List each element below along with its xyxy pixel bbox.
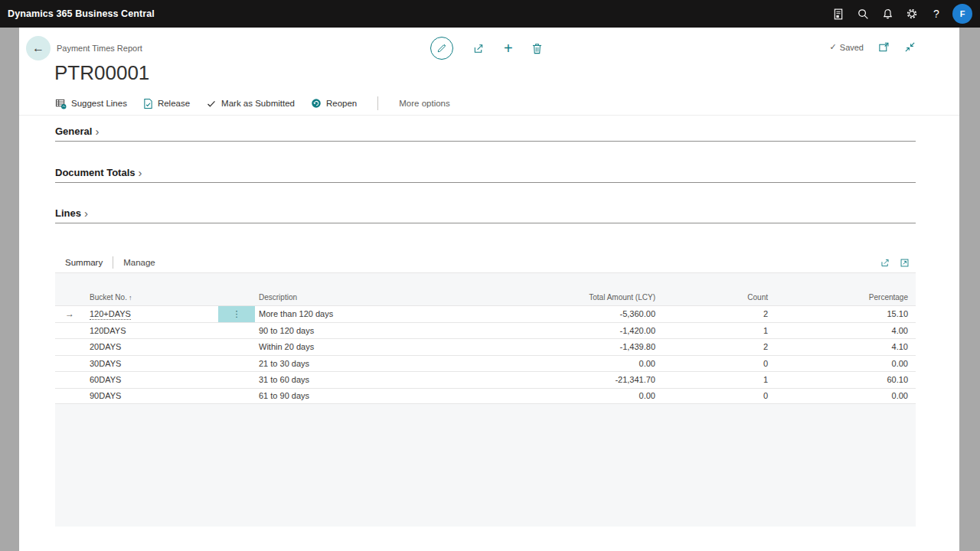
section-lines-header[interactable]: Lines ›: [55, 207, 916, 219]
cell-description[interactable]: 21 to 30 days: [255, 359, 505, 368]
tab-manage[interactable]: Manage: [113, 258, 165, 267]
tab-summary[interactable]: Summary: [55, 258, 113, 267]
table-row[interactable]: 20DAYS Within 20 days -1,439.80 2 4.10: [55, 338, 916, 355]
cell-percentage[interactable]: 0.00: [768, 359, 908, 368]
column-header-bucket-label: Bucket No.: [90, 293, 127, 302]
cell-count[interactable]: 1: [655, 326, 768, 335]
table-row[interactable]: 30DAYS 21 to 30 days 0.00 0 0.00: [55, 355, 916, 372]
column-header-percentage[interactable]: Percentage: [768, 293, 908, 302]
open-in-new-window-button[interactable]: [878, 41, 890, 53]
save-status-label: Saved: [840, 43, 864, 52]
cell-amount[interactable]: -1,420.00: [505, 326, 655, 335]
section-general-header[interactable]: General ›: [55, 126, 916, 137]
check-icon: ✓: [830, 42, 837, 52]
top-app-bar: Dynamics 365 Business Central ? F: [0, 0, 980, 28]
cell-amount[interactable]: -5,360.00: [505, 309, 655, 318]
document-icon: [833, 8, 844, 20]
record-actions: +: [430, 37, 542, 60]
row-menu-cell: [218, 372, 255, 388]
share-button[interactable]: [472, 43, 485, 54]
section-lines: Lines ›: [55, 207, 916, 223]
suggest-lines-button[interactable]: Suggest Lines: [55, 98, 127, 109]
cell-count[interactable]: 2: [655, 342, 768, 351]
cell-bucket[interactable]: 120DAYS: [84, 326, 218, 335]
table-row[interactable]: → 120+DAYS ⋮ More than 120 days -5,360.0…: [55, 305, 916, 322]
cell-bucket[interactable]: 20DAYS: [84, 342, 218, 351]
table-row[interactable]: 90DAYS 61 to 90 days 0.00 0 0.00: [55, 388, 916, 405]
summary-card: Summary Manage Bucket No.↑: [55, 253, 916, 527]
cell-description[interactable]: 31 to 60 days: [255, 375, 505, 384]
cell-amount[interactable]: -1,439.80: [505, 342, 655, 351]
cell-description[interactable]: 90 to 120 days: [255, 326, 505, 335]
reopen-icon: [311, 98, 322, 109]
card-share-button[interactable]: [880, 258, 890, 268]
back-button[interactable]: ←: [26, 36, 51, 60]
cell-bucket[interactable]: 120+DAYS: [90, 309, 131, 320]
cell-count[interactable]: 1: [655, 375, 768, 384]
section-document-totals-label: Document Totals: [55, 167, 136, 178]
column-header-bucket[interactable]: Bucket No.↑: [84, 293, 218, 302]
cell-description[interactable]: Within 20 days: [255, 342, 505, 351]
cell-count[interactable]: 0: [655, 359, 768, 368]
gear-icon: [906, 8, 918, 20]
chevron-right-icon: ›: [95, 126, 99, 136]
card-open-in-excel-button[interactable]: [900, 258, 910, 268]
cell-description[interactable]: 61 to 90 days: [255, 391, 505, 400]
trash-icon: [532, 43, 542, 54]
table-row[interactable]: 60DAYS 31 to 60 days -21,341.70 1 60.10: [55, 371, 916, 388]
section-lines-label: Lines: [55, 207, 81, 219]
cell-description[interactable]: More than 120 days: [255, 309, 505, 318]
plus-icon: +: [504, 42, 513, 54]
section-general-rule: [55, 141, 916, 142]
cell-amount[interactable]: 0.00: [505, 391, 655, 400]
cell-bucket[interactable]: 60DAYS: [84, 375, 218, 384]
action-bar: Suggest Lines Release Mark as Submitted …: [55, 95, 450, 112]
cell-percentage[interactable]: 60.10: [768, 375, 908, 384]
cell-percentage[interactable]: 0.00: [768, 391, 908, 400]
cell-bucket[interactable]: 30DAYS: [84, 359, 218, 368]
row-context-menu-button[interactable]: ⋮: [218, 306, 255, 322]
search-button[interactable]: [851, 0, 875, 28]
left-margin-strip: [0, 28, 19, 551]
suggest-lines-icon: [55, 98, 67, 109]
action-bar-divider: [377, 96, 378, 110]
share-icon: [880, 258, 890, 268]
collapse-view-button[interactable]: [904, 41, 916, 53]
delete-button[interactable]: [532, 43, 542, 54]
section-general-label: General: [55, 126, 92, 137]
page-panel: ← Payment Times Report PTR00001 + ✓ Save…: [19, 28, 959, 551]
user-avatar[interactable]: F: [952, 4, 972, 24]
column-header-amount[interactable]: Total Amount (LCY): [505, 293, 655, 302]
cell-bucket[interactable]: 90DAYS: [84, 391, 218, 400]
release-button[interactable]: Release: [143, 98, 190, 109]
mark-as-submitted-button[interactable]: Mark as Submitted: [206, 99, 295, 109]
cell-percentage[interactable]: 4.00: [768, 326, 908, 335]
settings-button[interactable]: [900, 0, 924, 28]
ribbon-divider: [19, 115, 959, 116]
cell-amount[interactable]: -21,341.70: [505, 375, 655, 384]
section-document-totals-rule: [55, 182, 916, 183]
table-row[interactable]: 120DAYS 90 to 120 days -1,420.00 1 4.00: [55, 322, 916, 339]
page-status-bar: ✓ Saved: [830, 41, 916, 53]
app-title[interactable]: Dynamics 365 Business Central: [8, 8, 155, 19]
reopen-button[interactable]: Reopen: [311, 98, 357, 109]
help-button[interactable]: ?: [924, 0, 949, 28]
new-button[interactable]: +: [504, 42, 513, 54]
section-document-totals-header[interactable]: Document Totals ›: [55, 167, 916, 178]
open-in-excel-icon: [900, 258, 910, 268]
cell-count[interactable]: 0: [655, 391, 768, 400]
cell-percentage[interactable]: 15.10: [768, 309, 908, 318]
cell-amount[interactable]: 0.00: [505, 359, 655, 368]
column-header-count[interactable]: Count: [655, 293, 768, 302]
bell-icon: [882, 8, 893, 20]
column-header-description[interactable]: Description: [255, 293, 505, 302]
row-menu-cell: [218, 356, 255, 372]
report-pages-button[interactable]: [826, 0, 851, 28]
cell-percentage[interactable]: 4.10: [768, 342, 908, 351]
more-options-button[interactable]: More options: [399, 99, 449, 108]
pencil-icon: [436, 43, 447, 54]
notifications-button[interactable]: [875, 0, 900, 28]
help-icon: ?: [933, 8, 939, 20]
edit-button[interactable]: [430, 37, 453, 60]
cell-count[interactable]: 2: [655, 309, 768, 318]
